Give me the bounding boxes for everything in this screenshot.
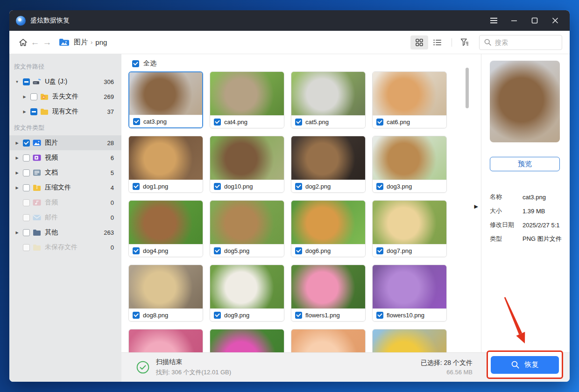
documents-checkbox[interactable] xyxy=(23,169,30,176)
file-card[interactable] xyxy=(128,329,203,352)
sidebar-item-usb-drive-j[interactable]: ▼U盘 (J:)306 xyxy=(9,74,121,89)
sidebar-item-label: 文档 xyxy=(45,168,108,177)
file-card-dog8[interactable]: dog8.png xyxy=(128,265,203,322)
file-checkbox[interactable] xyxy=(376,247,383,254)
list-view-toggle[interactable] xyxy=(428,35,446,49)
file-card-dog10[interactable]: dog10.png xyxy=(210,136,284,193)
file-card-cat3[interactable]: cat3.png xyxy=(128,71,203,128)
file-checkbox[interactable] xyxy=(133,247,140,254)
forward-icon[interactable]: → xyxy=(41,36,53,49)
chevron-right-icon[interactable]: ▶ xyxy=(14,141,20,145)
filter-icon[interactable] xyxy=(458,35,472,49)
sidebar-item-archives[interactable]: ▶压缩文件4 xyxy=(9,180,121,195)
file-thumbnail xyxy=(291,329,365,352)
recover-button[interactable]: 恢复 xyxy=(491,356,559,374)
file-card-dog2[interactable]: dog2.png xyxy=(291,136,366,193)
minimize-icon[interactable] xyxy=(510,16,518,25)
file-card-cat4[interactable]: cat4.png xyxy=(210,71,284,128)
menu-icon[interactable] xyxy=(489,16,498,25)
file-checkbox[interactable] xyxy=(214,183,221,190)
file-checkbox[interactable] xyxy=(133,312,140,319)
file-name-row: dog6.png xyxy=(291,244,365,257)
videos-checkbox[interactable] xyxy=(23,154,30,161)
file-checkbox[interactable] xyxy=(214,247,221,254)
sidebar-item-videos[interactable]: ▶视频6 xyxy=(9,150,121,165)
file-checkbox[interactable] xyxy=(295,119,302,126)
file-checkbox[interactable] xyxy=(376,183,383,190)
file-name-label: dog3.png xyxy=(387,183,412,190)
sidebar-item-label: 丢失文件 xyxy=(52,92,101,101)
file-card-flowers1[interactable]: flowers1.png xyxy=(291,265,366,322)
chevron-right-icon[interactable]: ▶ xyxy=(14,171,20,175)
file-checkbox[interactable] xyxy=(295,183,302,190)
breadcrumb-png[interactable]: png xyxy=(95,38,107,46)
app-logo-icon xyxy=(16,16,26,26)
archives-checkbox[interactable] xyxy=(23,184,30,191)
close-icon[interactable] xyxy=(551,16,559,25)
chevron-right-icon[interactable]: ▶ xyxy=(21,95,28,99)
file-card-dog3[interactable]: dog3.png xyxy=(372,136,447,193)
sidebar-item-mail[interactable]: 邮件0 xyxy=(9,210,121,225)
chevron-right-icon[interactable]: ▶ xyxy=(14,156,20,160)
grid-view-toggle[interactable] xyxy=(410,35,428,49)
file-card-dog7[interactable]: dog7.png xyxy=(372,200,447,257)
file-count-badge: 4 xyxy=(111,184,114,191)
back-icon[interactable]: ← xyxy=(29,36,41,49)
file-checkbox[interactable] xyxy=(376,119,383,126)
collapse-panel-icon[interactable]: ▶ xyxy=(474,203,478,210)
sidebar-item-existing-files[interactable]: ▶现有文件37 xyxy=(9,104,121,119)
file-card-cat5[interactable]: cat5.png xyxy=(291,71,366,128)
annotation-highlight-box: 恢复 xyxy=(487,350,563,379)
sidebar-item-images[interactable]: ▶图片28 xyxy=(9,135,121,150)
lost-files-checkbox[interactable] xyxy=(30,93,37,100)
maximize-icon[interactable] xyxy=(530,16,539,25)
file-card-dog9[interactable]: dog9.png xyxy=(210,265,284,322)
file-thumbnail xyxy=(129,265,203,308)
file-card-cat6[interactable]: cat6.png xyxy=(372,71,447,128)
app-title: 盛炫数据恢复 xyxy=(30,16,70,25)
vertical-scrollbar[interactable] xyxy=(466,68,469,108)
select-all-checkbox[interactable] xyxy=(132,60,139,67)
file-card-dog6[interactable]: dog6.png xyxy=(291,200,366,257)
breadcrumb-images[interactable]: 图片 xyxy=(74,38,88,47)
file-name-label: flowers1.png xyxy=(305,312,340,319)
file-card-dog5[interactable]: dog5.png xyxy=(210,200,284,257)
file-count-badge: 5 xyxy=(111,169,114,176)
usb-drive-j-checkbox[interactable] xyxy=(23,78,30,85)
file-card[interactable] xyxy=(372,329,447,352)
file-card-flowers10[interactable]: flowers10.png xyxy=(372,265,447,322)
chevron-right-icon[interactable]: ▶ xyxy=(21,110,28,114)
file-checkbox[interactable] xyxy=(295,247,302,254)
file-thumbnail xyxy=(129,136,203,180)
other-checkbox[interactable] xyxy=(23,229,30,236)
detail-row-date: 修改日期 2025/2/27 5:1 xyxy=(490,218,570,232)
sidebar-item-documents[interactable]: ▶文档5 xyxy=(9,165,121,180)
file-card-dog4[interactable]: dog4.png xyxy=(128,200,203,257)
search-box[interactable] xyxy=(479,35,562,50)
images-checkbox[interactable] xyxy=(23,140,30,147)
file-checkbox[interactable] xyxy=(376,312,383,319)
file-card[interactable] xyxy=(210,329,284,352)
sidebar-item-other[interactable]: ▶其他263 xyxy=(9,225,121,240)
search-input[interactable] xyxy=(495,39,551,46)
file-thumbnail xyxy=(129,72,202,115)
chevron-right-icon[interactable]: ▶ xyxy=(14,231,20,235)
sidebar-item-unsaved-files[interactable]: 未保存文件0 xyxy=(9,240,121,255)
file-card[interactable] xyxy=(291,329,366,352)
breadcrumb-separator: › xyxy=(91,39,92,46)
home-icon[interactable] xyxy=(17,36,29,49)
sidebar-item-lost-files[interactable]: ▶丢失文件269 xyxy=(9,89,121,104)
file-checkbox[interactable] xyxy=(214,119,221,126)
file-card-dog1[interactable]: dog1.png xyxy=(128,136,203,193)
preview-button[interactable]: 预览 xyxy=(490,157,560,171)
file-checkbox[interactable] xyxy=(214,312,221,319)
chevron-right-icon[interactable]: ▶ xyxy=(14,186,20,190)
file-checkbox[interactable] xyxy=(133,118,140,125)
existing-files-checkbox[interactable] xyxy=(30,108,37,115)
chevron-down-icon[interactable]: ▼ xyxy=(14,80,20,84)
file-thumbnail xyxy=(373,72,446,115)
sidebar-item-audio[interactable]: 音频0 xyxy=(9,195,121,210)
file-checkbox[interactable] xyxy=(295,312,302,319)
file-checkbox[interactable] xyxy=(133,183,140,190)
file-name-label: cat5.png xyxy=(305,119,329,126)
